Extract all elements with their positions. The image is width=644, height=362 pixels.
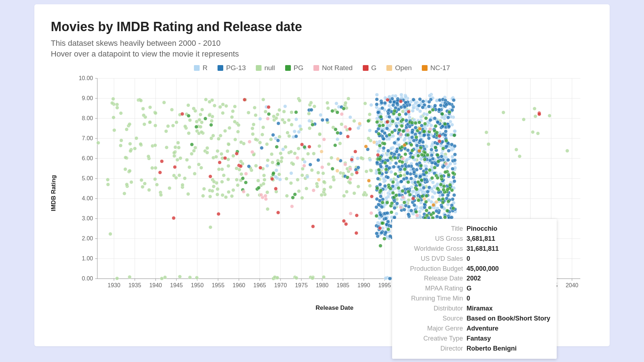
data-point[interactable]: [222, 174, 225, 177]
data-point[interactable]: [163, 276, 167, 279]
data-point[interactable]: [433, 166, 436, 170]
data-point[interactable]: [394, 172, 397, 176]
data-point[interactable]: [254, 113, 258, 117]
data-point[interactable]: [406, 172, 409, 175]
data-point[interactable]: [428, 94, 431, 98]
data-point[interactable]: [294, 118, 298, 121]
data-point[interactable]: [125, 183, 128, 186]
data-point[interactable]: [376, 153, 380, 157]
data-point[interactable]: [357, 126, 360, 130]
data-point[interactable]: [239, 165, 243, 168]
data-point[interactable]: [308, 163, 312, 167]
data-point[interactable]: [123, 167, 127, 171]
data-point[interactable]: [388, 277, 392, 280]
data-point[interactable]: [487, 142, 491, 146]
data-point[interactable]: [418, 210, 421, 214]
data-point[interactable]: [443, 122, 447, 126]
data-point[interactable]: [420, 178, 423, 182]
data-point[interactable]: [446, 194, 450, 197]
data-point[interactable]: [375, 93, 379, 97]
data-point[interactable]: [400, 165, 404, 168]
data-point[interactable]: [447, 116, 450, 119]
data-point[interactable]: [347, 97, 350, 101]
data-point[interactable]: [419, 115, 423, 119]
data-point[interactable]: [298, 99, 302, 103]
data-point[interactable]: [387, 104, 391, 108]
data-point[interactable]: [417, 104, 421, 108]
data-point[interactable]: [317, 158, 320, 162]
data-point[interactable]: [221, 194, 224, 197]
data-point[interactable]: [378, 144, 382, 148]
data-point[interactable]: [375, 103, 379, 106]
data-point[interactable]: [264, 194, 267, 198]
data-point[interactable]: [177, 146, 181, 150]
data-point[interactable]: [356, 157, 360, 160]
data-point[interactable]: [276, 113, 279, 117]
data-point[interactable]: [148, 121, 152, 124]
data-point[interactable]: [296, 156, 299, 160]
data-point[interactable]: [441, 197, 445, 201]
data-point[interactable]: [358, 122, 361, 126]
data-point[interactable]: [422, 130, 426, 133]
data-point[interactable]: [376, 111, 380, 114]
data-point[interactable]: [381, 201, 384, 204]
data-point[interactable]: [444, 130, 448, 133]
data-point[interactable]: [308, 127, 311, 130]
data-point[interactable]: [434, 162, 437, 166]
data-point[interactable]: [408, 116, 411, 119]
data-point[interactable]: [399, 100, 402, 103]
data-point[interactable]: [177, 173, 181, 177]
data-point[interactable]: [428, 186, 431, 189]
data-point[interactable]: [375, 98, 379, 101]
data-point[interactable]: [217, 212, 220, 216]
data-point[interactable]: [338, 142, 342, 145]
data-point[interactable]: [409, 172, 412, 176]
data-point[interactable]: [308, 145, 311, 149]
data-point[interactable]: [378, 171, 381, 175]
data-point[interactable]: [379, 213, 382, 217]
data-point[interactable]: [384, 217, 388, 220]
data-point[interactable]: [440, 112, 444, 116]
data-point[interactable]: [287, 134, 291, 138]
data-point[interactable]: [306, 175, 309, 179]
data-point[interactable]: [423, 122, 427, 126]
data-point[interactable]: [128, 275, 131, 279]
data-point[interactable]: [537, 113, 541, 116]
data-point[interactable]: [188, 118, 192, 122]
data-point[interactable]: [290, 205, 294, 208]
data-point[interactable]: [298, 124, 302, 128]
data-point[interactable]: [426, 133, 430, 137]
data-point[interactable]: [386, 149, 390, 153]
data-point[interactable]: [313, 105, 316, 108]
data-point[interactable]: [415, 136, 418, 139]
data-point[interactable]: [399, 168, 402, 171]
data-point[interactable]: [212, 180, 216, 184]
data-point[interactable]: [390, 131, 394, 134]
data-point[interactable]: [375, 232, 379, 235]
data-point[interactable]: [410, 121, 414, 124]
data-point[interactable]: [400, 93, 403, 97]
data-point[interactable]: [406, 133, 410, 137]
data-point[interactable]: [292, 162, 295, 166]
data-point[interactable]: [436, 182, 439, 186]
data-point[interactable]: [375, 187, 379, 190]
data-point[interactable]: [414, 121, 417, 125]
data-point[interactable]: [143, 123, 146, 126]
data-point[interactable]: [392, 165, 396, 169]
data-point[interactable]: [441, 147, 445, 150]
data-point[interactable]: [220, 152, 223, 156]
data-point[interactable]: [174, 146, 177, 149]
data-point[interactable]: [387, 112, 390, 116]
data-point[interactable]: [187, 132, 191, 135]
data-point[interactable]: [119, 112, 123, 115]
legend-item[interactable]: null: [256, 64, 275, 72]
data-point[interactable]: [424, 168, 428, 171]
data-point[interactable]: [386, 211, 389, 215]
data-point[interactable]: [162, 101, 166, 104]
data-point[interactable]: [336, 157, 340, 161]
data-point[interactable]: [303, 146, 306, 149]
data-point[interactable]: [433, 191, 436, 195]
data-point[interactable]: [364, 145, 368, 148]
data-point[interactable]: [402, 177, 406, 181]
data-point[interactable]: [106, 183, 110, 186]
